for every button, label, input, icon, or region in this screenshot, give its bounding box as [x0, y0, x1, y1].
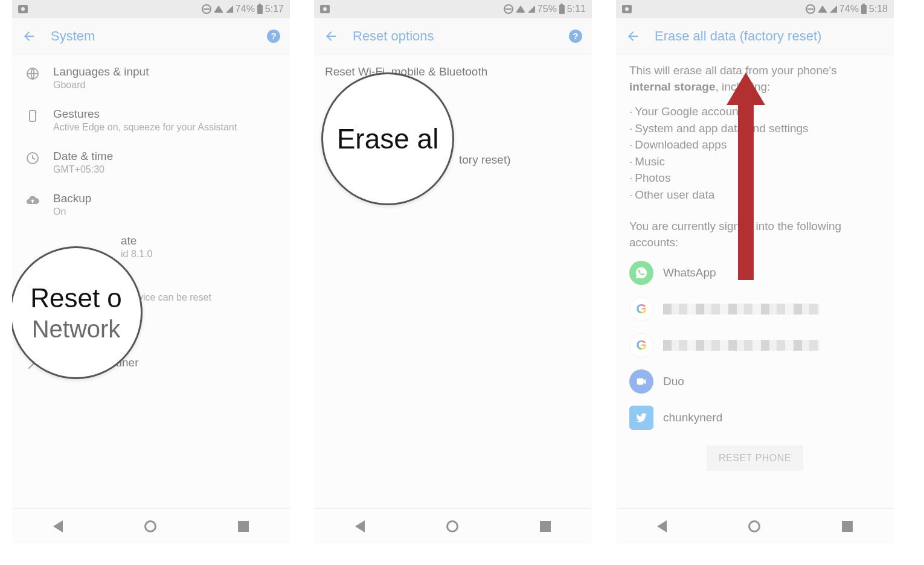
nav-recent-button[interactable]	[540, 521, 551, 532]
battery-pct: 74%	[236, 4, 255, 14]
row-datetime[interactable]: Date & time GMT+05:30	[12, 141, 290, 184]
cell-icon	[830, 5, 837, 13]
bullet: Music	[629, 153, 881, 170]
battery-icon	[861, 5, 867, 14]
nav-home-button[interactable]	[748, 520, 760, 532]
back-button[interactable]	[22, 29, 36, 43]
row-sublabel: Active Edge on, squeeze for your Assista…	[53, 122, 237, 133]
back-button[interactable]	[324, 29, 338, 43]
nav-back-button[interactable]	[53, 520, 63, 532]
bullet: System and app data and settings	[629, 120, 881, 137]
magnifier-line1: Reset o	[30, 283, 122, 313]
intro-strong: internal storage	[629, 80, 716, 93]
row-sublabel: Gboard	[53, 80, 149, 91]
clock: 5:17	[265, 4, 284, 14]
battery-icon	[559, 5, 565, 14]
dnd-icon	[504, 4, 513, 14]
intro-pre: This will erase all data from your phone…	[629, 64, 837, 77]
row-sublabel: GMT+05:30	[53, 164, 113, 175]
nav-home-button[interactable]	[446, 520, 458, 532]
nav-bar	[314, 508, 592, 543]
account-row: chunkynerd	[616, 400, 894, 436]
dnd-icon	[202, 4, 211, 14]
screen-system: 74% 5:17 System ? Languages & input Gboa…	[12, 0, 290, 543]
account-row: G	[616, 327, 894, 363]
bullet: Your Google account	[629, 103, 881, 120]
gesture-icon	[23, 109, 42, 123]
account-label-redacted	[663, 340, 820, 351]
page-title: Reset options	[353, 28, 569, 44]
row-label: ate	[121, 234, 152, 247]
screen-reset-options: 75% 5:11 Reset options ? Reset Wi-Fi, mo…	[314, 0, 592, 543]
whatsapp-icon	[629, 261, 653, 285]
row-label: Backup	[53, 192, 91, 205]
status-bar: 74% 5:18	[616, 0, 894, 18]
bullet: Other user data	[629, 187, 881, 203]
nav-back-button[interactable]	[657, 520, 667, 532]
battery-icon	[257, 5, 263, 14]
nav-home-button[interactable]	[144, 520, 156, 532]
photo-icon	[18, 5, 28, 13]
app-bar: System ?	[12, 18, 290, 54]
clock: 5:18	[869, 4, 888, 14]
row-gestures[interactable]: Gestures Active Edge on, squeeze for you…	[12, 99, 290, 141]
globe-icon	[23, 66, 42, 81]
magnifier-reset-options: Reset o Network	[12, 246, 143, 379]
status-bar: 75% 5:11	[314, 0, 592, 18]
nav-back-button[interactable]	[355, 520, 365, 532]
row-label: Date & time	[53, 150, 113, 163]
svg-rect-4	[637, 378, 644, 385]
clock: 5:11	[567, 4, 586, 14]
twitter-icon	[629, 406, 653, 430]
row-label: Languages & input	[53, 65, 149, 78]
account-label: WhatsApp	[663, 266, 716, 279]
photo-icon	[622, 5, 632, 13]
google-icon: G	[629, 297, 653, 321]
intro-post: , including:	[716, 80, 771, 93]
svg-point-2	[35, 112, 37, 113]
row-backup[interactable]: Backup On	[12, 184, 290, 226]
screen-factory-reset: 74% 5:18 Erase all data (factory reset) …	[616, 0, 894, 543]
account-row: WhatsApp	[616, 255, 894, 291]
wifi-icon	[516, 5, 525, 13]
battery-pct: 75%	[537, 4, 557, 14]
nav-recent-button[interactable]	[842, 521, 853, 532]
account-row: G	[616, 291, 894, 327]
row-label: Gestures	[53, 107, 237, 121]
account-label: Duo	[663, 375, 684, 388]
cloud-up-icon	[23, 193, 42, 208]
svg-rect-1	[30, 110, 36, 121]
google-icon: G	[629, 333, 653, 357]
app-bar: Erase all data (factory reset)	[616, 18, 894, 54]
row-sublabel: On	[53, 206, 91, 217]
bullet: Photos	[629, 170, 881, 187]
row-languages[interactable]: Languages & input Gboard	[12, 57, 290, 99]
account-row: Duo	[616, 363, 894, 400]
intro-text: This will erase all data from your phone…	[616, 54, 894, 103]
row-label: tory reset)	[459, 153, 581, 167]
row-sublabel: evice can be reset	[133, 292, 211, 303]
signed-in-text: You are currently signed into the follow…	[616, 208, 894, 254]
cell-icon	[528, 5, 535, 13]
row-sublabel: id 8.1.0	[121, 249, 152, 260]
photo-icon	[320, 5, 330, 13]
page-title: System	[51, 28, 267, 44]
nav-bar	[616, 508, 894, 543]
nav-bar	[12, 508, 290, 543]
back-button[interactable]	[626, 29, 640, 43]
dnd-icon	[806, 4, 815, 14]
status-bar: 74% 5:17	[12, 0, 290, 18]
magnifier-erase-all: Erase al	[321, 72, 454, 205]
app-bar: Reset options ?	[314, 18, 592, 54]
help-button[interactable]: ?	[267, 30, 280, 43]
account-label: chunkynerd	[663, 411, 722, 424]
page-title: Erase all data (factory reset)	[655, 28, 884, 44]
wifi-icon	[214, 5, 223, 13]
magnifier-line1: Erase al	[337, 123, 439, 155]
help-button[interactable]: ?	[569, 30, 582, 43]
reset-phone-button[interactable]: RESET PHONE	[707, 445, 803, 471]
battery-pct: 74%	[839, 4, 859, 14]
bullet: Downloaded apps	[629, 136, 881, 153]
magnifier-line2: Network	[32, 316, 121, 343]
nav-recent-button[interactable]	[238, 521, 249, 532]
